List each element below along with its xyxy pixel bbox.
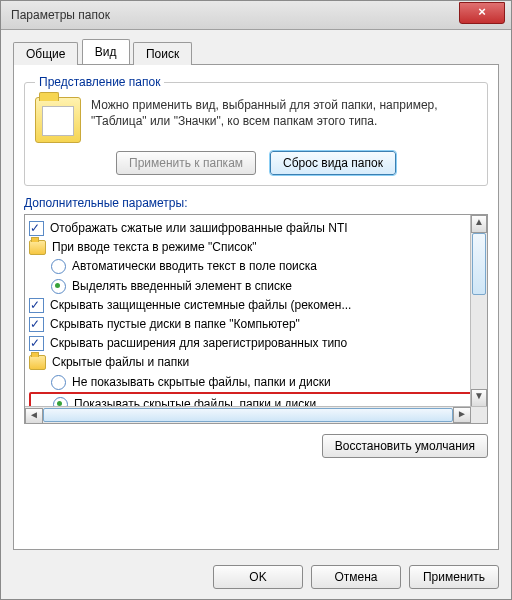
horizontal-scrollbar[interactable]: ◄ ► [25, 406, 487, 423]
scroll-up-arrow-icon[interactable]: ▲ [471, 215, 487, 233]
vertical-scrollbar[interactable]: ▲ ▼ [470, 215, 487, 407]
tab-view[interactable]: Вид [82, 39, 130, 64]
tree-radio-item[interactable]: Автоматически вводить текст в поле поиск… [29, 257, 485, 276]
tab-search[interactable]: Поиск [133, 42, 192, 65]
apply-button[interactable]: Применить [409, 565, 499, 589]
checkbox-icon [29, 221, 44, 236]
radio-icon [51, 375, 66, 390]
tab-strip: Общие Вид Поиск [13, 40, 499, 64]
ok-button[interactable]: OK [213, 565, 303, 589]
tree-item-label: Скрывать защищенные системные файлы (рек… [50, 296, 351, 315]
close-button[interactable]: × [459, 2, 505, 24]
cancel-button[interactable]: Отмена [311, 565, 401, 589]
tree-checkbox-item[interactable]: Скрывать защищенные системные файлы (рек… [29, 296, 485, 315]
advanced-settings-label: Дополнительные параметры: [24, 196, 488, 210]
radio-icon [51, 259, 66, 274]
tree-item-label: Не показывать скрытые файлы, папки и дис… [72, 373, 331, 392]
scroll-right-arrow-icon[interactable]: ► [453, 407, 471, 423]
checkbox-icon [29, 317, 44, 332]
tree-radio-item[interactable]: Не показывать скрытые файлы, папки и дис… [29, 373, 485, 392]
dialog-footer: OK Отмена Применить [13, 565, 499, 589]
tree-checkbox-item[interactable]: Скрывать расширения для зарегистрированн… [29, 334, 485, 353]
checkbox-icon [29, 298, 44, 313]
tree-radio-item[interactable]: Выделять введенный элемент в списке [29, 277, 485, 296]
folder-icon [29, 355, 46, 370]
client-area: Общие Вид Поиск Представление папок Можн… [1, 30, 511, 550]
tree-group: Скрытые файлы и папки [29, 353, 485, 372]
tree-item-label: Скрывать расширения для зарегистрированн… [50, 334, 347, 353]
tree-checkbox-item[interactable]: Скрывать пустые диски в папке "Компьютер… [29, 315, 485, 334]
folder-views-legend: Представление папок [35, 75, 164, 89]
scroll-down-arrow-icon[interactable]: ▼ [471, 389, 487, 407]
scrollbar-corner [471, 407, 487, 423]
window-title: Параметры папок [1, 8, 110, 22]
horizontal-scroll-thumb[interactable] [43, 408, 453, 422]
tree-item-label: Скрывать пустые диски в папке "Компьютер… [50, 315, 300, 334]
tree-group: При вводе текста в режиме "Список" [29, 238, 485, 257]
folder-views-description: Можно применить вид, выбранный для этой … [91, 97, 477, 143]
titlebar[interactable]: Параметры папок × [1, 1, 511, 30]
restore-defaults-button[interactable]: Восстановить умолчания [322, 434, 488, 458]
advanced-settings-tree[interactable]: Отображать сжатые или зашифрованные файл… [24, 214, 488, 424]
tree-item-label: При вводе текста в режиме "Список" [52, 238, 257, 257]
tree-checkbox-item[interactable]: Отображать сжатые или зашифрованные файл… [29, 219, 485, 238]
radio-icon [51, 279, 66, 294]
folder-options-dialog: Параметры папок × Общие Вид Поиск Предст… [0, 0, 512, 600]
reset-folders-button[interactable]: Сброс вида папок [270, 151, 396, 175]
tab-general[interactable]: Общие [13, 42, 78, 65]
checkbox-icon [29, 336, 44, 351]
vertical-scroll-thumb[interactable] [472, 233, 486, 295]
folder-icon [29, 240, 46, 255]
scroll-left-arrow-icon[interactable]: ◄ [25, 408, 43, 424]
tree-item-label: Скрытые файлы и папки [52, 353, 189, 372]
folder-views-group: Представление папок Можно применить вид,… [24, 75, 488, 186]
tree-item-label: Отображать сжатые или зашифрованные файл… [50, 219, 348, 238]
close-icon: × [478, 4, 486, 19]
tree-item-label: Выделять введенный элемент в списке [72, 277, 292, 296]
tab-page-view: Представление папок Можно применить вид,… [13, 64, 499, 550]
folder-icon [35, 97, 81, 143]
tree-item-label: Автоматически вводить текст в поле поиск… [72, 257, 317, 276]
apply-to-folders-button[interactable]: Применить к папкам [116, 151, 256, 175]
